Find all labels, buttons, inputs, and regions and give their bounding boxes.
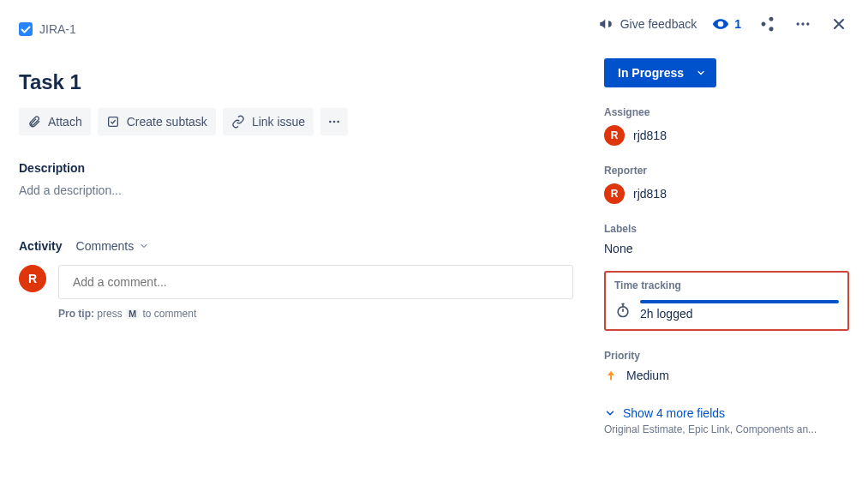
svg-point-1 [797,22,799,25]
show-more-hint: Original Estimate, Epic Link, Components… [604,423,849,435]
link-issue-label: Link issue [252,115,305,129]
more-horizontal-icon [327,115,341,129]
priority-label: Priority [604,350,849,362]
show-more-fields-button[interactable]: Show 4 more fields [604,406,849,420]
activity-filter-dropdown[interactable]: Comments [76,239,150,253]
link-icon [231,115,245,129]
task-type-icon [19,22,33,36]
more-horizontal-icon [794,15,811,33]
protip-prefix: Pro tip: [58,308,94,320]
time-tracking-value: 2h logged [640,307,839,321]
assignee-name: rjd818 [633,129,667,142]
svg-point-2 [801,22,804,25]
labels-label: Labels [604,223,849,235]
priority-value: Medium [626,369,669,382]
svg-rect-4 [108,117,117,127]
activity-filter-label: Comments [76,239,135,253]
reporter-avatar: R [604,183,625,204]
time-tracking-field[interactable]: 2h logged [614,300,839,321]
svg-point-8 [618,307,628,317]
create-subtask-label: Create subtask [127,115,207,129]
labels-field[interactable]: None [604,242,849,255]
watch-button[interactable]: 1 [712,15,741,33]
share-icon [758,15,775,33]
status-label: In Progress [618,66,684,80]
priority-medium-icon [604,369,618,382]
reporter-label: Reporter [604,165,849,177]
create-subtask-button[interactable]: Create subtask [98,108,216,135]
svg-point-5 [329,121,332,123]
assignee-field[interactable]: R rjd818 [604,125,849,146]
labels-value: None [604,242,632,255]
show-more-label: Show 4 more fields [623,406,725,420]
stopwatch-icon [614,302,632,319]
issue-title[interactable]: Task 1 [19,70,573,94]
toolbar-more-button[interactable] [320,108,348,135]
protip-suffix: to comment [140,308,196,320]
reporter-field[interactable]: R rjd818 [604,183,849,204]
watch-count: 1 [734,17,741,31]
svg-point-7 [337,121,339,123]
comment-protip: Pro tip: press M to comment [58,308,573,320]
give-feedback-label: Give feedback [620,17,697,31]
paperclip-icon [27,115,41,129]
comment-input[interactable] [58,265,573,299]
svg-point-3 [806,22,809,25]
priority-field[interactable]: Medium [604,369,849,382]
eye-icon [712,15,729,33]
time-tracking-highlight: Time tracking 2h logged [604,271,849,331]
svg-rect-9 [610,375,612,380]
megaphone-icon [598,16,614,32]
attach-button[interactable]: Attach [19,108,91,135]
chevron-down-icon [139,241,149,251]
share-button[interactable] [757,14,777,34]
time-tracking-bar [640,300,839,303]
protip-press: press [94,308,125,320]
time-tracking-label: Time tracking [614,279,839,291]
close-icon [830,15,847,33]
close-button[interactable] [829,14,849,34]
chevron-down-icon [696,68,706,78]
current-user-avatar: R [19,265,46,292]
attach-label: Attach [48,115,82,129]
more-actions-button[interactable] [793,14,813,34]
issue-key[interactable]: JIRA-1 [39,22,76,36]
breadcrumb[interactable]: JIRA-1 [19,22,76,36]
protip-key: M [125,309,140,319]
assignee-avatar: R [604,125,625,146]
chevron-down-icon [604,407,616,419]
description-heading: Description [19,161,573,175]
give-feedback-button[interactable]: Give feedback [598,16,697,32]
svg-point-6 [333,121,336,123]
description-input[interactable]: Add a description... [19,183,573,197]
status-dropdown[interactable]: In Progress [604,58,716,87]
activity-heading: Activity [19,239,63,253]
reporter-name: rjd818 [633,187,667,201]
subtask-icon [106,115,120,129]
svg-point-0 [720,22,722,25]
link-issue-button[interactable]: Link issue [223,108,314,135]
assignee-label: Assignee [604,106,849,118]
